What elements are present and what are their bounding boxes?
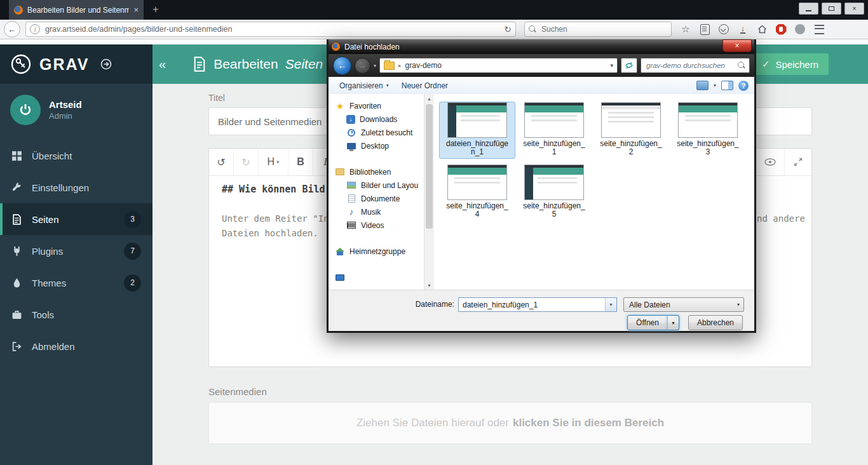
dialog-forward-button[interactable]: → <box>355 58 370 74</box>
filename-input[interactable] <box>459 298 605 311</box>
bold-button[interactable]: B <box>288 149 313 175</box>
minimize-button[interactable] <box>799 3 818 15</box>
sidebar-menu: Übersicht Einstellungen Seiten 3 Plugins… <box>0 140 153 362</box>
redo-button[interactable]: ↻ <box>234 149 259 175</box>
sidebar-collapse-icon[interactable]: « <box>159 57 166 72</box>
filename-combo[interactable]: ▾ <box>458 297 617 312</box>
file-thumbnail <box>524 165 584 200</box>
dialog-search-box[interactable] <box>641 58 750 73</box>
save-label: Speichern <box>775 59 818 70</box>
url-input[interactable] <box>44 24 500 34</box>
reload-icon[interactable]: ↻ <box>504 24 512 34</box>
grav-logo-block[interactable]: GRAV <box>0 44 153 84</box>
bookmark-star-icon[interactable]: ☆ <box>679 23 692 36</box>
views-icon[interactable] <box>696 81 709 90</box>
title-prefix: Bearbeiten <box>214 57 278 72</box>
md-line1-left: Unter dem Reiter "Inh <box>222 213 334 224</box>
open-button[interactable]: Öffnen <box>627 315 668 330</box>
new-folder-button[interactable]: Neuer Ordner <box>397 81 453 90</box>
tree-scrollbar[interactable]: ▲ ▼ <box>424 94 434 290</box>
dialog-search-input[interactable] <box>645 61 735 70</box>
power-icon <box>18 103 32 117</box>
nav-item-desktop[interactable]: Desktop <box>329 139 424 152</box>
help-icon[interactable]: ? <box>738 81 749 91</box>
scrollbar-thumb[interactable] <box>426 104 433 229</box>
url-bar[interactable]: i ↻ <box>25 22 516 37</box>
sidebar-item-uebersicht[interactable]: Übersicht <box>0 140 153 172</box>
dialog-close-button[interactable]: × <box>722 39 752 52</box>
hamburger-menu-icon[interactable] <box>813 23 825 36</box>
nav-item-computer-partial[interactable] <box>329 271 424 284</box>
breadcrumb[interactable]: grav-demo <box>405 61 442 70</box>
sidebar-item-plugins[interactable]: Plugins 7 <box>0 235 153 267</box>
history-dropdown-icon[interactable]: ▾ <box>374 63 376 69</box>
dialog-title: Datei hochladen <box>344 43 400 51</box>
nav-label: Videos <box>361 221 384 230</box>
tab-title: Bearbeiten Bilder und Seitenm <box>27 6 129 15</box>
new-tab-button[interactable]: + <box>147 4 164 15</box>
sidebar-item-einstellungen[interactable]: Einstellungen <box>0 172 153 203</box>
tab-close-icon[interactable]: × <box>133 5 139 15</box>
file-item[interactable]: seite_hinzufügen_4 <box>439 164 515 221</box>
save-button[interactable]: ✓ Speichern <box>752 53 829 75</box>
browser-search-input[interactable] <box>540 24 667 34</box>
address-bar[interactable]: ▸ grav-demo ▾ <box>379 58 618 73</box>
downloads-icon[interactable]: ↓ <box>736 23 749 36</box>
file-item[interactable]: seite_hinzufügen_5 <box>516 164 592 221</box>
sidebar-item-tools[interactable]: Tools <box>0 299 153 330</box>
bookmarks-menu-icon[interactable] <box>698 23 711 36</box>
nav-label: Heimnetzgruppe <box>349 247 405 256</box>
goto-site-icon[interactable] <box>100 58 112 70</box>
pocket-icon[interactable] <box>717 23 730 36</box>
addon-icon[interactable] <box>794 23 806 36</box>
undo-button[interactable]: ↺ <box>209 149 234 175</box>
filetype-select[interactable]: Alle Dateien ▾ <box>623 297 744 312</box>
organize-label: Organisieren <box>339 81 383 90</box>
filename-dropdown-icon[interactable]: ▾ <box>605 298 616 311</box>
nav-item-musik[interactable]: ♪Musik <box>329 205 424 219</box>
sidebar-item-seiten[interactable]: Seiten 3 <box>0 203 153 235</box>
file-item-selected[interactable]: dateien_hinzufügen_1 <box>439 102 515 159</box>
sidebar-item-label: Übersicht <box>32 151 72 161</box>
nav-item-bilder[interactable]: Bilder und Layou <box>329 179 424 192</box>
address-dropdown-icon[interactable]: ▾ <box>610 62 613 69</box>
views-caret-icon[interactable]: ▾ <box>714 83 716 88</box>
user-block[interactable]: Artseid Admin <box>0 84 153 135</box>
fullscreen-button[interactable] <box>784 149 811 175</box>
nav-item-bibliotheken[interactable]: Bibliotheken <box>329 165 424 179</box>
dialog-back-button[interactable]: ← <box>333 57 351 75</box>
scroll-up-icon[interactable]: ▲ <box>424 94 434 104</box>
browser-search-box[interactable] <box>524 22 672 37</box>
file-item[interactable]: seite_hinzufügen_2 <box>593 102 669 159</box>
maximize-button[interactable] <box>822 3 841 15</box>
computer-icon-wrap <box>335 273 345 283</box>
nav-item-videos[interactable]: Videos <box>329 219 424 232</box>
media-dropzone[interactable]: Ziehen Sie Dateien hierauf oder klicken … <box>208 402 812 444</box>
file-item[interactable]: seite_hinzufügen_1 <box>516 102 592 159</box>
preview-eye-button[interactable] <box>756 149 784 175</box>
heading-button[interactable]: H ▾ <box>259 149 288 175</box>
nav-item-heimnetzgruppe[interactable]: Heimnetzgruppe <box>329 245 424 258</box>
sidebar-item-themes[interactable]: Themes 2 <box>0 267 153 299</box>
nav-item-dokumente[interactable]: Dokumente <box>329 192 424 205</box>
close-window-button[interactable]: × <box>844 3 864 15</box>
adblock-icon[interactable] <box>775 23 787 36</box>
file-item[interactable]: seite_hinzufügen_3 <box>670 102 746 159</box>
organize-menu[interactable]: Organisieren ▾ <box>334 81 394 90</box>
nav-item-favoriten[interactable]: ★Favoriten <box>329 99 424 112</box>
browser-tab[interactable]: Bearbeiten Bilder und Seitenm × <box>9 0 144 20</box>
preview-pane-icon[interactable] <box>721 81 733 90</box>
open-split-dropdown[interactable]: ▾ <box>667 315 679 330</box>
refresh-button[interactable] <box>621 58 637 73</box>
cancel-button[interactable]: Abbrechen <box>688 315 743 330</box>
nav-item-downloads[interactable]: ↓Downloads <box>329 112 424 126</box>
info-icon[interactable]: i <box>30 24 40 34</box>
command-bar-right: ▾ ? <box>696 81 749 91</box>
grid-icon <box>11 151 22 161</box>
scroll-down-icon[interactable]: ▼ <box>424 281 434 290</box>
back-button[interactable]: ← <box>4 21 20 37</box>
nav-item-zuletzt-besucht[interactable]: Zuletzt besucht <box>329 126 424 139</box>
sidebar-item-abmelden[interactable]: Abmelden <box>0 330 153 362</box>
home-icon[interactable] <box>756 23 768 36</box>
file-thumbnail <box>447 102 507 138</box>
